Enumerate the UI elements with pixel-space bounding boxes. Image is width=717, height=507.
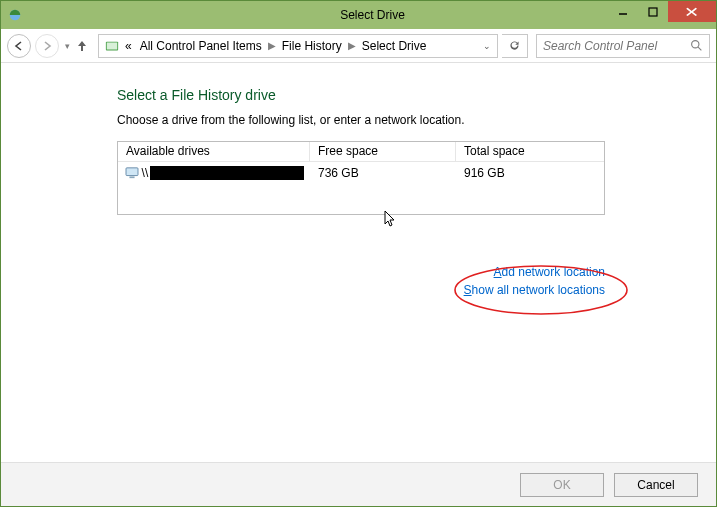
search-icon <box>690 39 703 52</box>
content-area: Select a File History drive Choose a dri… <box>1 63 716 462</box>
breadcrumb-root[interactable]: All Control Panel Items <box>136 39 266 53</box>
footer-bar: OK Cancel <box>1 462 716 506</box>
page-subtext: Choose a drive from the following list, … <box>117 113 607 127</box>
svg-rect-4 <box>107 42 118 49</box>
drive-path-prefix: \\ <box>142 166 149 180</box>
chevron-right-icon: ▶ <box>346 40 358 51</box>
refresh-button[interactable] <box>502 34 528 58</box>
cursor-icon <box>384 210 398 228</box>
ok-button[interactable]: OK <box>520 473 604 497</box>
svg-rect-7 <box>126 168 138 176</box>
computer-icon <box>124 167 140 179</box>
table-row[interactable]: \\ 736 GB 916 GB <box>118 162 604 184</box>
redacted-path <box>150 166 304 180</box>
history-dropdown[interactable]: ▾ <box>63 41 72 51</box>
nav-bar: ▾ « All Control Panel Items ▶ File Histo… <box>1 29 716 63</box>
svg-point-5 <box>692 41 699 48</box>
cell-free: 736 GB <box>310 166 456 180</box>
search-input[interactable] <box>543 39 703 53</box>
app-icon <box>1 8 29 22</box>
close-button[interactable]: ✕ <box>668 1 716 22</box>
svg-rect-2 <box>649 8 657 16</box>
cell-total: 916 GB <box>456 166 604 180</box>
add-network-link[interactable]: Add network location <box>494 265 605 279</box>
search-box[interactable] <box>536 34 710 58</box>
col-free[interactable]: Free space <box>310 142 456 162</box>
svg-rect-8 <box>129 176 134 178</box>
minimize-button[interactable] <box>608 1 638 22</box>
address-dropdown[interactable]: ⌄ <box>477 41 497 51</box>
show-all-link[interactable]: Show all network locations <box>464 283 605 297</box>
col-available[interactable]: Available drives <box>118 142 310 162</box>
control-panel-icon <box>103 39 121 53</box>
table-header: Available drives Free space Total space <box>118 142 604 162</box>
breadcrumb-leading[interactable]: « <box>121 39 136 53</box>
address-bar[interactable]: « All Control Panel Items ▶ File History… <box>98 34 498 58</box>
maximize-button[interactable] <box>638 1 668 22</box>
col-total[interactable]: Total space <box>456 142 604 162</box>
window-frame: Select Drive ✕ ▾ « All Control Panel Ite… <box>0 0 717 507</box>
page-heading: Select a File History drive <box>117 87 607 103</box>
chevron-right-icon: ▶ <box>266 40 278 51</box>
breadcrumb-mid[interactable]: File History <box>278 39 346 53</box>
breadcrumb-leaf[interactable]: Select Drive <box>358 39 431 53</box>
back-button[interactable] <box>7 34 31 58</box>
svg-line-6 <box>698 47 701 50</box>
up-button[interactable] <box>76 39 94 53</box>
cancel-button[interactable]: Cancel <box>614 473 698 497</box>
action-links: Add network location Show all network lo… <box>117 265 605 297</box>
title-bar[interactable]: Select Drive ✕ <box>1 1 716 29</box>
drives-table: Available drives Free space Total space … <box>117 141 605 215</box>
forward-button[interactable] <box>35 34 59 58</box>
